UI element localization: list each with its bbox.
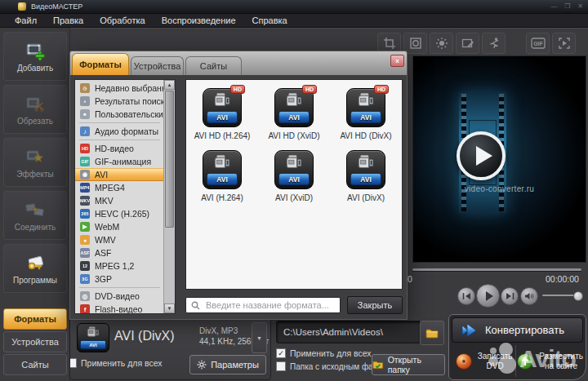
list-item-hd[interactable]: HD HD-видео [75,142,164,155]
dialog-close-icon[interactable]: x [390,55,404,67]
improve-button[interactable] [456,33,479,54]
minimize-button[interactable]: — [550,1,557,12]
preset-avi-hd-xvid[interactable]: AVI HD AVI HD (XviD) [268,88,319,140]
previous-frame-button[interactable] [457,287,475,305]
list-item-dvd[interactable]: ◎ DVD-видео [75,290,164,303]
format-apply-all-checkbox[interactable] [69,358,77,368]
menu-playback[interactable]: Воспроизведение [154,14,244,27]
crop-icon [383,37,396,50]
speed-button[interactable] [482,33,506,54]
list-item-label: Flash-видео [95,304,142,313]
close-window-button[interactable]: ✕ [577,1,583,12]
burn-dvd-button[interactable]: Записать DVD [452,345,516,377]
gif-format-icon: GIF [80,157,90,166]
toolbar-divider [0,28,588,29]
join-button[interactable]: Соединить [3,191,67,240]
list-item-mkv[interactable]: MKV MKV [75,194,164,207]
tab-formats[interactable]: Форматы [72,53,129,75]
preset-avi-h264[interactable]: AVI AVI (H.264) [201,150,243,202]
burn-dvd-label-line2: DVD [487,361,504,370]
list-item-hevc[interactable]: 265 HEVC (H.265) [75,207,164,220]
list-item-search-results[interactable]: ⌕ Результаты поиска [75,95,164,108]
next-frame-button[interactable] [501,287,519,305]
hd-icon: HD [80,144,90,153]
mute-button[interactable] [520,287,538,305]
gif-button[interactable]: GIF [526,33,550,54]
trim-button[interactable]: Обрезать [3,85,67,134]
publish-icon [516,352,534,370]
scrollbar-thumb[interactable] [165,91,174,228]
preset-label: AVI (XviD) [275,193,313,202]
dialog-close-button[interactable]: Закрыть [347,296,403,314]
user-presets-icon: ☻ [80,109,90,119]
sidebar-item-devices[interactable]: Устройства [3,331,67,352]
list-item-mpeg4[interactable]: MP4 MPEG4 [75,181,164,194]
format-dropdown-button[interactable]: ▼ [252,322,267,353]
wmv-icon: ● [80,235,90,245]
scroll-down-icon[interactable]: ▼ [164,303,175,313]
format-search-input[interactable] [204,299,335,311]
avi-band-label: AVI [278,173,310,185]
list-item-label: ASF [95,248,111,258]
preview-play-icon[interactable] [457,131,506,180]
path-apply-all-checkbox[interactable]: ✓ [276,348,286,358]
list-item-user-presets[interactable]: ☻ Пользовательские [75,108,164,121]
list-item-label: MKV [95,196,114,206]
format-apply-all-row[interactable]: Применить для всех [69,358,163,368]
list-item-mpeg12[interactable]: 12 MPEG 1,2 [75,259,164,272]
preset-avi-hd-divx[interactable]: AVI HD AVI HD (DivX) [340,88,391,140]
speed-icon [488,37,501,50]
parameters-button-label: Параметры [211,360,259,370]
preset-avi-divx[interactable]: AVI AVI (DivX) [346,150,385,202]
video-preview[interactable]: video-converter.ru [412,55,586,263]
list-item-wmv[interactable]: ● WMV [75,233,164,246]
parameters-button[interactable]: Параметры [189,355,266,374]
seek-bar[interactable] [412,268,581,271]
format-search-box[interactable] [185,297,341,313]
add-button[interactable]: Добавить [3,32,67,81]
list-item-webm[interactable]: ▶ WebM [75,220,164,233]
browse-folder-button[interactable] [420,321,444,345]
list-item-audio[interactable]: ♪ Аудио форматы [75,125,164,138]
avi-tile-icon: AVI HD [346,88,385,127]
list-item-3gp[interactable]: 3G 3GP [75,272,164,286]
menu-edit[interactable]: Правка [45,14,91,27]
programs-button[interactable]: Программы [3,244,67,293]
tab-devices[interactable]: Устройства [131,56,184,75]
preset-avi-hd-h264[interactable]: AVI HD AVI HD (H.264) [194,88,251,140]
list-item-gif[interactable]: GIF GIF-анимация [75,155,164,168]
tab-sites[interactable]: Сайты [185,56,242,75]
path-apply-all-row[interactable]: ✓ Применить для всех [276,348,372,358]
list-scrollbar[interactable]: ▲ ▼ [163,80,175,313]
publish-online-button[interactable]: Разместить на сайте [516,345,583,377]
menu-help[interactable]: Справка [244,14,296,27]
preset-avi-xvid[interactable]: AVI AVI (XviD) [274,150,314,202]
list-item-label: 3GP [95,274,112,284]
list-item-label: Результаты поиска [95,96,164,106]
list-item-flash[interactable]: f Flash-видео [75,303,164,313]
list-item-avi[interactable]: ◉ AVI [75,168,164,181]
brightness-button[interactable] [430,33,453,54]
scroll-up-icon[interactable]: ▲ [164,80,175,90]
mpeg12-icon: 12 [80,261,90,271]
snapshot-button[interactable] [552,33,576,54]
play-button[interactable] [476,284,500,308]
list-item-asf[interactable]: ASF ASF [75,246,164,259]
list-item-label: MPEG4 [95,183,125,193]
sidebar-item-formats[interactable]: Форматы [3,308,67,330]
path-apply-all-label: Применить для всех [290,348,372,358]
volume-slider[interactable] [542,295,580,296]
sidebar-item-sites[interactable]: Сайты [3,354,67,375]
search-results-icon: ⌕ [80,96,90,106]
convert-button[interactable]: Конвертировать [452,317,583,343]
gear-icon [197,360,207,370]
effects-button[interactable]: Эффекты [3,138,67,187]
maximize-button[interactable]: ❒ [564,1,570,12]
output-path-field[interactable]: C:\Users\Admin\Videos\ [276,321,421,343]
source-folder-checkbox[interactable] [276,361,286,371]
open-folder-button[interactable]: Открыть папку [372,354,445,375]
list-item-recent[interactable]: ◷ Недавно выбранные [75,82,164,95]
volume-knob[interactable] [573,291,583,301]
menu-processing[interactable]: Обработка [91,14,153,27]
menu-file[interactable]: Файл [7,14,45,27]
